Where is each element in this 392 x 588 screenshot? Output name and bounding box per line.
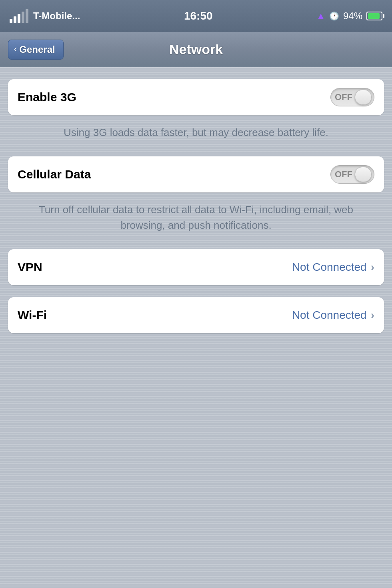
- wifi-row[interactable]: Wi-Fi Not Connected ›: [8, 297, 384, 333]
- enable-3g-row: Enable 3G OFF: [8, 79, 384, 115]
- status-right: ▲ 🕐 94%: [316, 10, 382, 22]
- toggle-cellular-knob: [355, 167, 372, 182]
- spacer-1: [8, 150, 384, 156]
- battery-fill: [368, 13, 380, 19]
- carrier-label: T-Mobile...: [33, 10, 80, 22]
- vpn-row[interactable]: VPN Not Connected ›: [8, 249, 384, 285]
- vpn-value: Not Connected: [292, 261, 367, 274]
- nav-bar: ‹ General Network: [0, 32, 392, 67]
- enable-3g-label: Enable 3G: [18, 90, 76, 104]
- back-label: General: [19, 44, 55, 55]
- signal-bars-icon: [10, 9, 28, 23]
- signal-bar-4: [22, 12, 24, 23]
- time-display: 16:50: [184, 10, 213, 22]
- status-left: T-Mobile...: [10, 9, 80, 23]
- signal-bar-5: [26, 9, 28, 23]
- page-title: Network: [169, 42, 223, 57]
- vpn-chevron-icon: ›: [371, 261, 374, 274]
- vpn-label: VPN: [18, 260, 42, 274]
- back-button[interactable]: ‹ General: [8, 40, 64, 60]
- signal-bar-2: [14, 16, 16, 23]
- toggle-3g-state: OFF: [335, 92, 352, 102]
- cellular-data-row: Cellular Data OFF: [8, 156, 384, 192]
- cellular-data-toggle[interactable]: OFF: [330, 165, 374, 184]
- battery-percent: 94%: [343, 10, 362, 22]
- enable-3g-description: Using 3G loads data faster, but may decr…: [8, 115, 384, 150]
- wifi-chevron-icon: ›: [371, 309, 374, 322]
- back-chevron-icon: ‹: [14, 45, 17, 54]
- spacer-3: [8, 285, 384, 297]
- toggle-3g-knob: [355, 90, 372, 105]
- signal-bar-1: [10, 19, 12, 23]
- location-icon: ▲: [316, 11, 325, 21]
- spacer-2: [8, 243, 384, 249]
- wifi-value: Not Connected: [292, 309, 367, 322]
- status-bar: T-Mobile... 16:50 ▲ 🕐 94%: [0, 0, 392, 32]
- content-area: Enable 3G OFF Using 3G loads data faster…: [0, 67, 392, 588]
- clock-icon: 🕐: [329, 11, 339, 21]
- cellular-data-label: Cellular Data: [18, 168, 91, 181]
- screen: T-Mobile... 16:50 ▲ 🕐 94% ‹ General Netw…: [0, 0, 392, 588]
- wifi-label: Wi-Fi: [18, 308, 47, 322]
- battery-icon: [366, 12, 382, 20]
- enable-3g-toggle[interactable]: OFF: [330, 88, 374, 106]
- vpn-right: Not Connected ›: [292, 261, 374, 274]
- wifi-right: Not Connected ›: [292, 309, 374, 322]
- signal-bar-3: [18, 14, 20, 23]
- cellular-data-description: Turn off cellular data to restrict all d…: [8, 192, 384, 243]
- toggle-cellular-state: OFF: [335, 169, 352, 180]
